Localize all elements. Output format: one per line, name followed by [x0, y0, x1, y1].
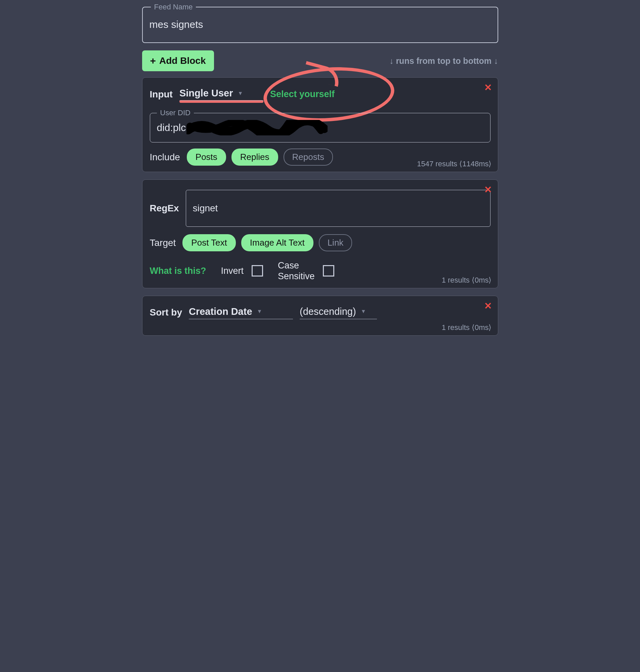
user-did-field[interactable]: User DID did:plc	[150, 113, 491, 143]
sort-key-select[interactable]: Creation Date ▼	[189, 306, 293, 319]
input-label: Input	[150, 89, 173, 100]
flow-hint: ↓ runs from top to bottom ↓	[389, 56, 498, 66]
feed-name-legend: Feed Name	[151, 3, 196, 11]
input-results: 1547 results ⟨1148ms⟩	[417, 160, 492, 168]
toolbar: + Add Block ↓ runs from top to bottom ↓	[142, 50, 498, 71]
feed-name-field[interactable]: Feed Name mes signets	[142, 7, 498, 43]
invert-label: Invert	[221, 265, 244, 276]
regex-results: 1 results ⟨0ms⟩	[442, 276, 492, 284]
sort-label: Sort by	[150, 307, 182, 318]
chevron-down-icon: ▼	[237, 90, 243, 97]
input-type-select[interactable]: Single User ▼	[179, 88, 263, 101]
chip-reposts[interactable]: Reposts	[283, 148, 333, 166]
add-block-button[interactable]: + Add Block	[142, 50, 214, 71]
annotation-underline	[179, 100, 263, 103]
add-block-label: Add Block	[159, 56, 206, 66]
redaction-scribble	[187, 120, 328, 135]
feed-name-value[interactable]: mes signets	[149, 19, 491, 30]
chip-posts[interactable]: Posts	[187, 148, 226, 166]
sort-dir-select[interactable]: (descending) ▼	[300, 306, 377, 319]
select-yourself-link[interactable]: Select yourself	[270, 89, 335, 100]
regex-input[interactable]	[186, 190, 491, 227]
chip-replies[interactable]: Replies	[232, 148, 278, 166]
close-icon[interactable]: ✕	[484, 302, 492, 311]
input-type-value: Single User	[179, 88, 233, 99]
plus-icon: +	[150, 55, 156, 67]
chevron-down-icon: ▼	[361, 308, 366, 315]
case-label: Case Sensitive	[278, 260, 315, 282]
target-label: Target	[150, 237, 176, 248]
close-icon[interactable]: ✕	[484, 185, 492, 194]
sort-dir-value: (descending)	[300, 306, 356, 317]
chip-link[interactable]: Link	[319, 234, 352, 251]
what-is-this-link[interactable]: What is this?	[150, 266, 206, 276]
sort-key-value: Creation Date	[189, 306, 252, 317]
block-regex: ✕ RegEx Target Post Text Image Alt Text …	[142, 179, 498, 288]
regex-label: RegEx	[150, 203, 179, 214]
chip-post-text[interactable]: Post Text	[183, 234, 235, 251]
block-sort: ✕ Sort by Creation Date ▼ (descending) ▼…	[142, 296, 498, 336]
user-did-legend: User DID	[157, 108, 194, 117]
chevron-down-icon: ▼	[257, 308, 262, 315]
chip-alt-text[interactable]: Image Alt Text	[241, 234, 314, 251]
block-input: ✕ Input Single User ▼ Select yourself Us…	[142, 77, 498, 172]
invert-checkbox[interactable]	[252, 265, 263, 277]
include-label: Include	[150, 152, 180, 163]
sort-results: 1 results ⟨0ms⟩	[442, 323, 492, 332]
user-did-value[interactable]: did:plc	[157, 122, 186, 133]
case-checkbox[interactable]	[323, 265, 334, 277]
